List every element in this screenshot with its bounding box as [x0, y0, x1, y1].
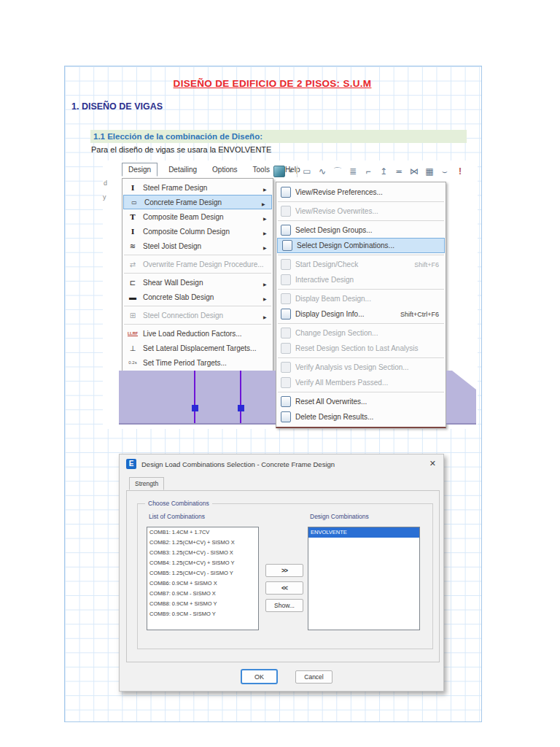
submenu-item-interactive-design[interactable]: Interactive Design — [276, 272, 446, 287]
ship-icon[interactable]: ⌣ — [440, 166, 451, 177]
beam-icon[interactable]: ≖ — [394, 166, 405, 177]
submenu-item-reset-design-section[interactable]: Reset Design Section to Last Analysis — [276, 341, 446, 356]
truss-icon[interactable]: ⋈ — [409, 166, 420, 177]
menubar-item-tools[interactable]: Tools — [249, 163, 274, 176]
menu-separator — [278, 357, 444, 358]
toolbar: ▾ ▭ ∿ ⌒ ≣ ⌐ ↥ ≖ ⋈ ▦ ⌣ ! — [273, 163, 466, 179]
combinations-listbox[interactable]: COMB1: 1.4CM + 1.7CV COMB2: 1.25(CM+CV) … — [147, 527, 259, 630]
draw-rect-icon[interactable]: ▭ — [302, 166, 313, 177]
interactive-design-icon — [281, 274, 291, 285]
change-section-icon — [281, 328, 291, 338]
combo-list-item[interactable]: COMB4: 1.25(CM+CV) + SISMO Y — [147, 558, 258, 568]
submenu-item-start-design-check[interactable]: Start Design/Check Shift+F6 — [276, 257, 446, 272]
design-groups-icon — [281, 225, 291, 236]
dropdown-caret-icon[interactable]: ▾ — [289, 169, 292, 174]
display-design-info-icon — [281, 309, 291, 320]
submenu-arrow-icon — [263, 276, 273, 289]
t-beam-icon: T — [122, 213, 143, 221]
menu-separator — [124, 273, 271, 274]
move-left-button[interactable]: << — [265, 581, 303, 595]
joint-node — [238, 405, 244, 411]
menu-separator — [278, 255, 444, 255]
submenu-arrow-icon — [263, 225, 273, 238]
extrude-frame-icon[interactable]: ⌒ — [332, 166, 343, 178]
close-icon[interactable]: ✕ — [429, 459, 436, 468]
menu-item-shear-wall-design[interactable]: ⊏ Shear Wall Design — [122, 275, 273, 290]
submenu-arrow-icon — [263, 210, 273, 223]
submenu-arrow-icon — [263, 309, 273, 322]
menu-separator — [124, 306, 271, 306]
joint-node — [192, 405, 198, 411]
combo-list-item[interactable]: COMB8: 0.9CM + SISMO Y — [147, 599, 258, 609]
menubar-item-design[interactable]: Design — [122, 163, 158, 177]
menu-item-overwrite-frame-design-procedure[interactable]: ⇄ Overwrite Frame Design Procedure... — [122, 257, 273, 271]
draw-spline-icon[interactable]: ∿ — [317, 166, 328, 177]
design-combinations-label: Design Combinations — [310, 513, 369, 520]
reset-overwrites-icon — [281, 396, 291, 407]
concrete-frame-icon: ▭ — [124, 199, 144, 206]
submenu-item-reset-all-overwrites[interactable]: Reset All Overwrites... — [276, 394, 446, 409]
design-combinations-icon — [282, 240, 292, 251]
overwrites-icon — [281, 206, 291, 217]
tab-strength[interactable]: Strength — [129, 477, 164, 490]
design-load-combinations-dialog: E Design Load Combinations Selection - C… — [119, 454, 444, 692]
dialog-titlebar: E Design Load Combinations Selection - C… — [120, 454, 443, 473]
move-right-button[interactable]: >> — [265, 564, 303, 577]
grid-line — [240, 371, 241, 423]
combo-list-item[interactable]: COMB9: 0.9CM - SISMO Y — [147, 609, 258, 619]
menu-separator — [278, 220, 444, 221]
delete-results-icon — [281, 411, 291, 422]
submenu-item-select-design-combinations[interactable]: Select Design Combinations... — [277, 238, 445, 253]
menu-item-concrete-frame-design[interactable]: ▭ Concrete Frame Design — [123, 195, 272, 209]
submenu-item-delete-design-results[interactable]: Delete Design Results... — [276, 409, 446, 425]
group-label: Choose Combinations — [145, 500, 212, 507]
menu-item-composite-column-design[interactable]: I Composite Column Design — [122, 224, 273, 239]
submenu-item-verify-analysis-vs-design[interactable]: Verify Analysis vs Design Section... — [276, 360, 446, 375]
menu-item-concrete-slab-design[interactable]: ▬ Concrete Slab Design — [122, 290, 273, 304]
design-menu: I Steel Frame Design ▭ Concrete Frame De… — [122, 178, 273, 372]
menu-item-steel-joist-design[interactable]: ≋ Steel Joist Design — [122, 239, 273, 253]
combo-list-item[interactable]: COMB5: 1.25(CM+CV) - SISMO Y — [147, 568, 258, 578]
frame-props-icon[interactable]: ⌐ — [363, 166, 374, 177]
combo-list-item[interactable]: COMB7: 0.9CM - SISMO X — [147, 589, 258, 599]
grid-line — [194, 371, 195, 423]
submenu-item-view-revise-overwrites[interactable]: View/Revise Overwrites... — [276, 204, 446, 219]
menu-item-set-lateral-displacement-targets[interactable]: ⊥ Set Lateral Displacement Targets... — [122, 341, 273, 355]
show-button[interactable]: Show... — [265, 599, 303, 612]
submenu-item-select-design-groups[interactable]: Select Design Groups... — [276, 222, 446, 238]
menubar-item-options[interactable]: Options — [208, 163, 241, 176]
warning-icon[interactable]: ! — [455, 166, 466, 177]
menu-item-steel-connection-design[interactable]: ⊞ Steel Connection Design — [122, 308, 273, 322]
overwrite-procedure-icon: ⇄ — [122, 260, 143, 268]
menu-item-set-time-period-targets[interactable]: 0.2s Set Time Period Targets... — [122, 355, 273, 370]
submenu-item-view-revise-preferences[interactable]: View/Revise Preferences... — [276, 185, 446, 200]
combo-list-item[interactable]: COMB3: 1.25(CM+CV) - SISMO X — [147, 548, 258, 558]
submenu-item-display-beam-design[interactable]: Display Beam Design... — [276, 291, 446, 306]
wall-icon[interactable]: ▦ — [424, 166, 435, 177]
extrude-area-icon[interactable]: ≣ — [348, 166, 359, 177]
dialog-title: Design Load Combinations Selection - Con… — [141, 460, 335, 468]
combo-list-item[interactable]: COMB6: 0.9CM + SISMO X — [147, 578, 258, 589]
support-icon[interactable]: ↥ — [378, 166, 389, 177]
submenu-item-verify-all-members-passed[interactable]: Verify All Members Passed... — [276, 375, 446, 390]
shortcut-label: Shift+Ctrl+F6 — [400, 311, 439, 318]
combo-list-item[interactable]: COMB2: 1.25(CM+CV) + SISMO X — [147, 538, 258, 548]
shear-wall-icon: ⊏ — [122, 279, 143, 287]
menubar-item-detailing[interactable]: Detailing — [164, 163, 201, 176]
menu-screenshot: d y Design Detailing Options Tools Help … — [103, 160, 478, 429]
submenu-item-display-design-info[interactable]: Display Design Info... Shift+Ctrl+F6 — [276, 306, 446, 322]
design-combo-item-selected[interactable]: ENVOLVENTE — [308, 527, 419, 538]
verify-analysis-icon — [281, 362, 291, 373]
submenu-arrow-icon — [262, 196, 271, 209]
menu-separator — [278, 323, 444, 324]
ok-button[interactable]: OK — [241, 669, 278, 684]
submenu-item-change-design-section[interactable]: Change Design Section... — [276, 325, 446, 341]
design-combinations-listbox[interactable]: ENVOLVENTE — [308, 527, 420, 630]
menu-separator — [278, 289, 444, 290]
menu-item-live-load-reduction-factors[interactable]: LLRF Live Load Reduction Factors... — [122, 326, 273, 341]
combo-list-item[interactable]: COMB1: 1.4CM + 1.7CV — [147, 527, 258, 538]
view-cube-icon[interactable] — [273, 166, 285, 177]
menu-item-composite-beam-design[interactable]: T Composite Beam Design — [122, 209, 273, 224]
menu-item-steel-frame-design[interactable]: I Steel Frame Design — [122, 180, 273, 195]
cancel-button[interactable]: Cancel — [295, 670, 332, 684]
